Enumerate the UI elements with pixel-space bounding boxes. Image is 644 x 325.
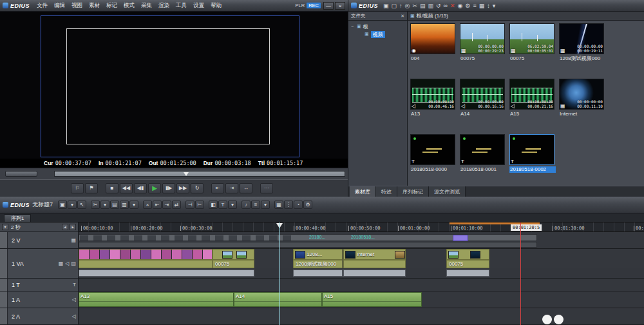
speaker-icon[interactable]: ◁ xyxy=(72,297,76,302)
audio-clip[interactable]: A13 xyxy=(79,292,234,307)
next-frame-button[interactable]: ▮▶ xyxy=(162,183,175,193)
overwrite-mode-icon[interactable]: ⇄ xyxy=(172,201,181,209)
bin-tab-1[interactable]: 特效 xyxy=(376,186,397,197)
playhead-line[interactable] xyxy=(279,222,280,325)
zoom-in-icon[interactable]: ▸ xyxy=(70,224,76,230)
goto-in-button[interactable]: ⇤ xyxy=(211,183,224,193)
track-va-content[interactable]: 1208...Internet000751208测试视频00000075 xyxy=(79,249,644,279)
folder-tree-item-1[interactable]: ▣视频 xyxy=(348,30,407,38)
bin-clip[interactable]: ▦00:00:00:0000:00:29:2300075 xyxy=(460,23,507,79)
clock-icon[interactable]: ◔ xyxy=(294,201,303,209)
va-clip[interactable]: Internet xyxy=(343,249,406,260)
menubar-item-2[interactable]: 视图 xyxy=(68,2,86,10)
paste-icon[interactable]: ▥ xyxy=(428,3,433,9)
search-icon[interactable]: ◎ xyxy=(405,3,410,9)
zoom-out-icon[interactable]: ◂ xyxy=(62,224,68,230)
bin-clip[interactable]: ▦00:00:00:0000:00:11:10Internet xyxy=(559,79,607,134)
trim-in-icon[interactable]: ⊣ xyxy=(185,201,194,209)
delete-icon[interactable]: ✕ xyxy=(450,3,455,9)
track-header-2v[interactable]: 2 V▦ xyxy=(0,232,78,249)
new-clip-icon[interactable]: ▣ xyxy=(383,3,389,9)
bin-clip[interactable]: T20180518-0001 xyxy=(460,134,507,186)
shuttle-slider[interactable] xyxy=(5,171,37,177)
chevron-down-icon[interactable]: ▾ xyxy=(261,201,270,209)
copy-icon[interactable]: ▤ xyxy=(110,201,119,209)
position-track[interactable] xyxy=(54,171,345,177)
expander-icon[interactable]: − xyxy=(351,25,355,29)
menubar-item-10[interactable]: 帮助 xyxy=(207,2,225,10)
menubar-item-7[interactable]: 渲染 xyxy=(155,2,173,10)
bin-clip[interactable]: ◁00:00:00:0000:00:46:16A13 xyxy=(410,79,458,134)
goto-out-button[interactable]: ⇥ xyxy=(225,183,238,193)
settings-gear-icon[interactable]: ⚙ xyxy=(465,3,470,9)
mixer-icon[interactable]: ⋮ xyxy=(284,201,293,209)
recorder-mode-indicator[interactable]: REC xyxy=(307,3,321,8)
chevron-down-icon[interactable]: ▾ xyxy=(228,201,237,209)
bin-clip[interactable]: ▦00:00:00:0000:00:29:111208测试视频000 xyxy=(559,23,607,79)
bin-clip-thumbnail[interactable]: ▦06:02:59:0400:00:05:01 xyxy=(509,23,554,54)
chevron-down-icon[interactable]: ▾ xyxy=(100,201,109,209)
bin-clip[interactable]: ▦06:02:59:0400:00:05:0100075 xyxy=(509,23,557,79)
cut-icon[interactable]: ✂ xyxy=(412,3,417,9)
track-a1-content[interactable]: A13A14A15 xyxy=(79,291,644,308)
track-header-1t[interactable]: 1 TT xyxy=(0,279,78,291)
bin-clip[interactable]: ◁00:00:00:0000:00:21:16A15 xyxy=(509,79,557,134)
title-icon[interactable]: T xyxy=(73,282,76,288)
bin-clip-thumbnail[interactable]: ◁00:00:00:0000:00:46:16 xyxy=(410,79,455,110)
menubar-item-3[interactable]: 素材 xyxy=(86,2,103,10)
close-icon[interactable]: ✕ xyxy=(401,14,404,19)
export-icon[interactable]: ≡ xyxy=(251,201,260,209)
settings-gear-icon[interactable]: ⚙ xyxy=(303,201,312,209)
audio-clip[interactable]: A14 xyxy=(234,292,322,307)
bin-clip-thumbnail[interactable]: ◉ xyxy=(410,23,455,54)
bin-clip-thumbnail[interactable]: ◁00:00:00:0000:00:21:16 xyxy=(509,79,554,110)
undo-icon[interactable]: ↺ xyxy=(436,3,441,9)
track-header-1a[interactable]: 1 A◁ xyxy=(0,291,78,308)
insert-mode-icon[interactable]: ⇥ xyxy=(162,201,171,209)
film-icon[interactable]: ▦ xyxy=(59,261,64,266)
more-icon[interactable]: ▾ xyxy=(493,3,496,9)
track-select-cell[interactable] xyxy=(0,291,8,308)
bin-clip-thumbnail[interactable]: ▦00:00:00:0000:00:29:23 xyxy=(460,23,505,54)
thumbnail-view-icon[interactable]: ▦ xyxy=(479,3,485,9)
minimize-button[interactable]: — xyxy=(323,2,334,10)
bin-clip-thumbnail[interactable]: T xyxy=(460,134,505,165)
menubar-item-6[interactable]: 采集 xyxy=(138,2,155,10)
track-select-cell[interactable] xyxy=(0,249,8,278)
bin-clip[interactable]: T20180518-0002 xyxy=(509,134,557,186)
trim-out-icon[interactable]: ⊢ xyxy=(195,201,204,209)
bin-clip[interactable]: ◉004 xyxy=(410,23,458,79)
ripple-delete-icon[interactable]: ⇤ xyxy=(153,201,162,209)
va-clip[interactable] xyxy=(79,249,213,260)
track-header-2a[interactable]: 2 A◁ xyxy=(0,308,78,325)
more-button[interactable]: ⋯ xyxy=(260,183,273,193)
play-button[interactable]: ▶ xyxy=(148,183,161,193)
track-t1-content[interactable] xyxy=(79,279,644,291)
player-mode-indicator[interactable]: PLR xyxy=(296,3,305,8)
speaker-icon[interactable]: ◁ xyxy=(72,313,76,319)
fast-forward-button[interactable]: ▶▶ xyxy=(176,183,189,193)
menubar-item-1[interactable]: 编辑 xyxy=(51,2,68,10)
track-select-cell[interactable] xyxy=(0,279,8,291)
bin-clip-thumbnail[interactable]: ▦00:00:00:0000:00:29:11 xyxy=(559,23,604,54)
audio-clip[interactable]: A15 xyxy=(322,292,422,307)
loop-button[interactable]: ↻ xyxy=(191,183,204,193)
rewind-button[interactable]: ◀◀ xyxy=(120,183,133,193)
new-folder-icon[interactable]: ▢ xyxy=(392,3,397,9)
chevron-down-icon[interactable]: ▾ xyxy=(2,224,8,230)
track-select-cell[interactable] xyxy=(0,232,8,248)
folder-tree-item-0[interactable]: −▣根 xyxy=(348,23,407,30)
speaker-icon[interactable]: ◁ xyxy=(65,261,69,266)
position-marker[interactable] xyxy=(184,172,189,176)
sequence-tab[interactable]: 序列1 xyxy=(4,214,31,222)
cut-icon[interactable]: ✂ xyxy=(91,201,100,209)
menubar-item-4[interactable]: 标记 xyxy=(103,2,120,10)
chevron-down-icon[interactable]: ▾ xyxy=(68,201,77,209)
title-icon[interactable]: T xyxy=(218,201,227,209)
menubar-item-0[interactable]: 文件 xyxy=(33,2,51,10)
menubar-item-8[interactable]: 工具 xyxy=(173,2,190,10)
bin-clip-thumbnail[interactable]: T xyxy=(509,134,554,165)
timeline-ruler[interactable]: 00:00:10:0000:00:20:0000:00:30:0000:00:4… xyxy=(79,222,644,232)
capture-icon[interactable]: ◉ xyxy=(458,3,463,9)
sort-icon[interactable]: ↕ xyxy=(487,3,490,9)
